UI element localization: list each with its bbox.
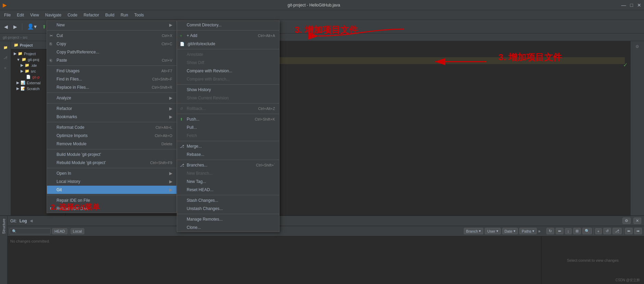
ctx-cut[interactable]: ✂ Cut Ctrl+X xyxy=(47,32,176,40)
branch-label: Branch xyxy=(466,229,478,233)
commit-icon[interactable]: ⎇ xyxy=(1,53,10,62)
menu-view[interactable]: View xyxy=(27,12,42,18)
branch-filter[interactable]: Branch ▾ xyxy=(464,228,484,234)
settings-bottom-button[interactable]: ⚙ xyxy=(622,218,631,224)
profile-button[interactable]: 👤▾ xyxy=(25,22,39,31)
ctx-separator xyxy=(177,84,279,85)
close-bottom-button[interactable]: ✕ xyxy=(633,218,641,224)
project-icon-header: 📁 xyxy=(14,43,18,47)
log-tab-label[interactable]: Log xyxy=(20,219,27,223)
ctx-copy[interactable]: ⎘ Copy Ctrl+C xyxy=(47,40,176,48)
ctx-commit-directory[interactable]: Commit Directory... xyxy=(177,21,279,29)
structure-icon[interactable]: ≡ xyxy=(1,64,10,72)
ctx-rebase[interactable]: Rebase... xyxy=(177,150,279,159)
ctx-reset-head[interactable]: Reset HEAD... xyxy=(177,186,279,194)
structure-tab[interactable]: Structure xyxy=(1,216,7,237)
menu-build[interactable]: Build xyxy=(102,12,117,18)
ctx-analyze[interactable]: Analyze ▶ xyxy=(47,94,176,102)
prev-button[interactable]: ⬅ xyxy=(625,228,633,234)
ctx-build-module[interactable]: Build Module 'git-project' xyxy=(47,150,176,159)
menu-code[interactable]: Code xyxy=(65,12,80,18)
menu-file[interactable]: File xyxy=(1,12,13,18)
ctx-unstash-changes[interactable]: Unstash Changes... xyxy=(177,205,279,213)
ctx-shortcut: Ctrl+Alt+L xyxy=(156,125,172,129)
ctx-open-in[interactable]: Open In ▶ xyxy=(47,169,176,177)
search-log-button[interactable]: 🔍 xyxy=(582,228,592,234)
paths-filter[interactable]: Paths ▾ xyxy=(519,228,537,234)
ctx-label: Paste xyxy=(57,58,67,63)
group-button[interactable]: ⊞ xyxy=(573,228,581,234)
ctx-separator xyxy=(47,168,176,168)
forward-button[interactable]: ▶ xyxy=(11,23,19,30)
ctx-manage-remotes[interactable]: Manage Remotes... xyxy=(177,215,279,223)
cherry-pick-button[interactable]: + xyxy=(595,228,602,234)
ctx-show-history[interactable]: Show History xyxy=(177,86,279,94)
ctx-rebuild-module[interactable]: Rebuild Module 'git-project' Ctrl+Shift+… xyxy=(47,159,176,167)
ctx-local-history[interactable]: Local History ▶ xyxy=(47,177,176,186)
ctx-push[interactable]: ⬆ Push... Ctrl+Shift+K xyxy=(177,115,279,123)
ctx-find-files[interactable]: Find in Files... Ctrl+Shift+F xyxy=(47,75,176,83)
ctx-clone[interactable]: Clone... xyxy=(177,223,279,232)
ctx-replace-files[interactable]: Replace in Files... Ctrl+Shift+R xyxy=(47,83,176,91)
menu-tools[interactable]: Tools xyxy=(132,12,147,18)
menu-edit[interactable]: Edit xyxy=(14,12,27,18)
menu-run[interactable]: Run xyxy=(118,12,131,18)
ctx-label: Show Current Revision xyxy=(187,96,229,100)
refresh-button[interactable]: ↻ xyxy=(546,228,554,234)
back-button[interactable]: ◀ xyxy=(2,23,10,30)
git-log-area: Git: Log ◀ ⚙ ✕ HEAD Local Branch ▾ User xyxy=(8,216,644,284)
ctx-bookmarks[interactable]: Bookmarks ▶ xyxy=(47,113,176,121)
ctx-compare-branch: Compare with Branch... xyxy=(177,75,279,83)
ctx-new[interactable]: New ▶ xyxy=(47,21,176,29)
ctx-compare-revision[interactable]: Compare with Revision... xyxy=(177,67,279,75)
user-label: User xyxy=(487,229,495,233)
ctx-shortcut: Alt+F7 xyxy=(161,69,172,73)
ctx-find-usages[interactable]: Find Usages Alt+F7 xyxy=(47,67,176,75)
undo-button[interactable]: ↺ xyxy=(603,228,611,234)
close-button[interactable]: ✕ xyxy=(637,2,641,8)
right-settings-icon[interactable]: ⚙ xyxy=(633,42,642,51)
ctx-remove-module[interactable]: Remove Module Delete xyxy=(47,140,176,148)
more-filters[interactable]: » xyxy=(538,229,545,234)
ctx-branches[interactable]: ⎇ Branches... Ctrl+Shift+` xyxy=(177,161,279,169)
right-sidebar: ⚙ xyxy=(630,41,644,233)
user-filter[interactable]: User ▾ xyxy=(485,228,500,234)
merge-cherry-button[interactable]: ⎇ xyxy=(612,228,622,234)
next-button[interactable]: ➡ xyxy=(634,228,642,234)
ctx-add[interactable]: + + Add Ctrl+Alt+A xyxy=(177,32,279,40)
bottom-section: Structure Git: Log ◀ ⚙ ✕ HEAD Local Bran… xyxy=(0,215,644,284)
expand-all-button[interactable]: ↕ xyxy=(565,228,572,234)
ctx-new-tag[interactable]: New Tag... xyxy=(177,177,279,186)
ctx-refactor[interactable]: Refactor ▶ xyxy=(47,104,176,113)
project-icon[interactable]: 📁 xyxy=(1,43,10,51)
ctx-label: Copy xyxy=(57,41,66,46)
ctx-optimize-imports[interactable]: Optimize Imports Ctrl+Alt+O xyxy=(47,132,176,140)
git-search-input[interactable] xyxy=(10,228,51,234)
ctx-repair-ide[interactable]: Repair IDE on File xyxy=(47,196,176,205)
maximize-button[interactable]: □ xyxy=(630,2,633,8)
tree-folder-icon: 📁 xyxy=(18,51,23,56)
ctx-git[interactable]: Git ▶ xyxy=(47,186,176,194)
collapse-all-button[interactable]: ⬅ xyxy=(556,228,564,234)
ctx-pull[interactable]: Pull... xyxy=(177,123,279,132)
ctx-reformat[interactable]: Reformat Code Ctrl+Alt+L xyxy=(47,123,176,132)
ctx-reload-disk[interactable]: ↻ Reload from Disk xyxy=(47,205,176,213)
collapse-button[interactable]: ◀ xyxy=(30,219,33,223)
ctx-gitinfo-exclude[interactable]: 📄 .git/info/exclude xyxy=(177,40,279,48)
ctx-copy-path[interactable]: Copy Path/Reference... xyxy=(47,48,176,56)
minimize-button[interactable]: — xyxy=(621,2,626,8)
head-tag[interactable]: HEAD xyxy=(52,228,67,234)
date-filter[interactable]: Date ▾ xyxy=(502,228,518,234)
local-tag[interactable]: Local xyxy=(71,228,84,234)
menu-navigate[interactable]: Navigate xyxy=(42,12,64,18)
ctx-annotate: Annotate xyxy=(177,50,279,59)
menu-refactor[interactable]: Refactor xyxy=(81,12,102,18)
ctx-paste[interactable]: ⎗ Paste Ctrl+V xyxy=(47,56,176,64)
ctx-merge[interactable]: ⎇ Merge... xyxy=(177,142,279,150)
ctx-stash-changes[interactable]: Stash Changes... xyxy=(177,196,279,205)
local-label: Local xyxy=(73,229,82,233)
ctx-separator xyxy=(47,65,176,66)
ctx-label: Commit Directory... xyxy=(187,23,222,27)
branches-icon: ⎇ xyxy=(180,163,184,168)
ctx-separator xyxy=(177,103,279,103)
